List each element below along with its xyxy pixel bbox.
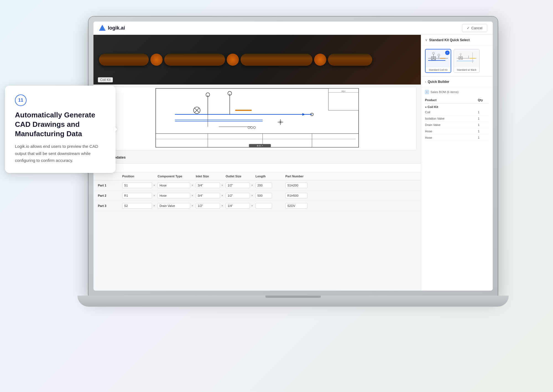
outlet-x-3: ✕: [251, 204, 253, 207]
app-container: logik.ai ✓ Cancel: [93, 22, 493, 291]
quick-builder-section-title[interactable]: › Quick Builder: [421, 76, 493, 87]
bom-icon: ≡: [425, 90, 429, 94]
product-label: Coil Kit: [98, 77, 113, 82]
part-label-1: Part 1: [98, 184, 120, 187]
right-sidebar: ∨ Standard Kit Quick Select ✓: [421, 35, 493, 291]
svg-text:⊞ ⊟ ↗: ⊞ ⊟ ↗: [257, 145, 263, 147]
position-x-1: ✕: [153, 184, 155, 187]
component-type-field-2: Hose ✕: [158, 193, 194, 198]
bom-row: Hose 1: [425, 135, 489, 141]
inlet-x-1: ✕: [221, 184, 223, 187]
outlet-size-value-3[interactable]: 1/4": [226, 203, 250, 209]
thumbnail-label-1: Standard Coil Kit: [426, 67, 451, 72]
component-type-field-1: Hose ✕: [158, 183, 194, 188]
parts-header[interactable]: ∨ Parts: [93, 163, 421, 172]
quick-updates-header[interactable]: › Quick Updates: [93, 152, 421, 162]
outlet-size-field-1: 1/2" ✕: [226, 183, 253, 188]
selected-check-icon: ✓: [445, 51, 450, 55]
outlet-x-2: ✕: [251, 194, 253, 197]
bom-title: Sales BOM (6 items): [431, 90, 458, 94]
cad-svg: REV: [98, 87, 416, 150]
inlet-size-value-2[interactable]: 3/4": [196, 193, 220, 198]
checkmark-icon: ✓: [467, 26, 470, 30]
position-field-2: R1 ✕: [122, 193, 155, 198]
length-input-3[interactable]: [255, 203, 272, 209]
cad-drawing-container: REV: [98, 87, 416, 150]
component-x-1: ✕: [191, 184, 194, 187]
length-input-2[interactable]: [255, 193, 272, 198]
inlet-x-2: ✕: [221, 194, 223, 197]
bom-product-2: Isolation Valve: [425, 117, 478, 120]
info-title: Automatically Generate CAD Drawings and …: [15, 111, 106, 138]
laptop-wrapper: logik.ai ✓ Cancel: [77, 17, 509, 348]
quick-select-chevron: ∨: [425, 38, 427, 42]
quick-select-thumbnails: ✓: [421, 46, 493, 76]
position-x-2: ✕: [153, 194, 155, 197]
length-input-1[interactable]: [255, 183, 272, 188]
thumbnail-standard-coil-kit[interactable]: ✓: [425, 49, 451, 73]
part-number-input-2[interactable]: [285, 193, 307, 198]
main-layout: Coil Kit: [93, 35, 493, 291]
inlet-size-field-3: 1/2" ✕: [196, 203, 223, 209]
cancel-button[interactable]: ✓ Cancel: [462, 24, 487, 32]
col-length: Length: [255, 175, 283, 178]
bom-row: Coil 1: [425, 109, 489, 115]
thumbnail-label-2: Standard w/ Back: [454, 67, 479, 72]
bom-qty-5: 1: [478, 136, 489, 139]
component-x-2: ✕: [191, 194, 194, 197]
part-number-field-2: [285, 193, 319, 198]
component-type-value-1[interactable]: Hose: [158, 183, 190, 188]
step-badge: 11: [15, 94, 27, 106]
inlet-size-value-1[interactable]: 3/4": [196, 183, 220, 188]
cancel-label: Cancel: [471, 26, 482, 30]
logo-area: logik.ai: [99, 25, 125, 31]
quick-updates-section: › Quick Updates: [93, 152, 421, 162]
bom-header: ≡ Sales BOM (6 items): [425, 87, 489, 97]
position-value-3[interactable]: S2: [122, 203, 152, 209]
table-row: Part 2 R1 ✕ Hose ✕ 3/4": [93, 191, 421, 201]
inlet-size-field-1: 3/4" ✕: [196, 183, 223, 188]
col-part-number: Part Number: [285, 175, 319, 178]
content-area: Coil Kit: [93, 35, 421, 291]
table-row: Part 3 S2 ✕ Drain Valve ✕: [93, 201, 421, 211]
info-card: 11 Automatically Generate CAD Drawings a…: [5, 86, 116, 173]
position-field-3: S2 ✕: [122, 203, 155, 209]
position-value-1[interactable]: S1: [122, 183, 152, 188]
outlet-size-value-1[interactable]: 1/2": [226, 183, 250, 188]
quick-select-title: Standard Kit Quick Select: [429, 38, 470, 42]
position-x-3: ✕: [153, 204, 155, 207]
length-field-3: [255, 203, 283, 209]
outlet-size-value-2[interactable]: 1/2": [226, 193, 250, 198]
component-type-value-3[interactable]: Drain Valve: [158, 203, 190, 209]
bom-section: ≡ Sales BOM (6 items) Product Qty » Coil…: [421, 87, 493, 144]
bom-category-label: » Coil Kit: [425, 105, 438, 109]
inlet-size-value-3[interactable]: 1/2": [196, 203, 220, 209]
thumbnail-img-2: [454, 49, 479, 67]
part-number-input-1[interactable]: [285, 183, 307, 188]
part-number-input-3[interactable]: [285, 203, 307, 209]
part-label-3: Part 3: [98, 204, 120, 207]
bom-row: Isolation Valve 1: [425, 115, 489, 122]
component-type-value-2[interactable]: Hose: [158, 193, 190, 198]
col-outlet-size: Outlet Size: [226, 175, 253, 178]
bom-row: Hose 1: [425, 128, 489, 135]
part-number-field-3: [285, 203, 319, 209]
col-inlet-size: Inlet Size: [196, 175, 223, 178]
thumbnail-standard-back[interactable]: Standard w/ Back: [453, 49, 480, 73]
bom-category: » Coil Kit: [425, 104, 489, 109]
bom-table-header: Product Qty: [425, 97, 489, 104]
outlet-size-field-2: 1/2" ✕: [226, 193, 253, 198]
parts-section: ∨ Parts Position Component Type Inlet Si…: [93, 163, 421, 211]
bom-qty-1: 1: [478, 111, 489, 114]
length-field-2: [255, 193, 283, 198]
inlet-x-3: ✕: [221, 204, 223, 207]
outlet-size-field-3: 1/4" ✕: [226, 203, 253, 209]
laptop-hinge: [265, 296, 321, 298]
top-bar: logik.ai ✓ Cancel: [93, 22, 493, 35]
col-empty: [98, 175, 120, 178]
position-value-2[interactable]: R1: [122, 193, 152, 198]
info-description: Logik.io allows end users to preview the…: [15, 143, 106, 164]
quick-select-section-title[interactable]: ∨ Standard Kit Quick Select: [421, 35, 493, 46]
bom-product-5: Hose: [425, 136, 478, 139]
bom-col-qty: Qty: [478, 98, 489, 102]
